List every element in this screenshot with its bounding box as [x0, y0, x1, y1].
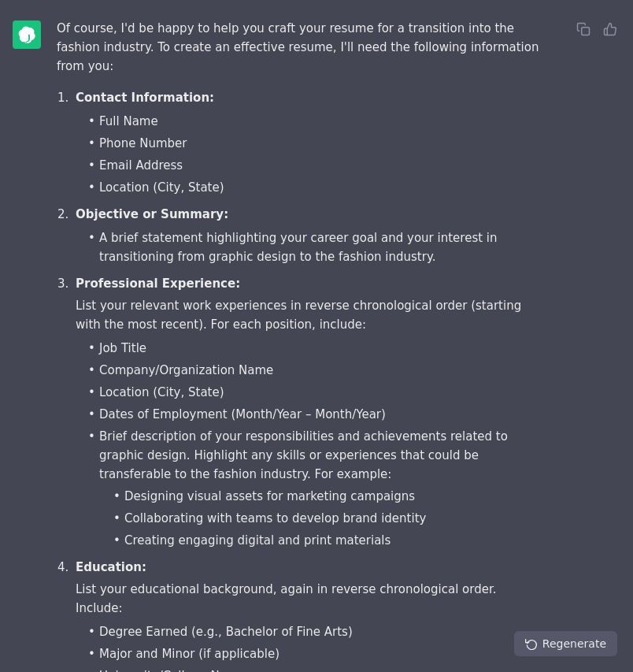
section-1: Contact Information: Full Name Phone Num…: [72, 88, 545, 197]
thumbsup-button[interactable]: [600, 19, 620, 39]
section-4-title: Education:: [76, 560, 146, 574]
list-item: Phone Number: [85, 134, 545, 153]
list-item: Designing visual assets for marketing ca…: [109, 487, 545, 506]
section-4-description: List your educational background, again …: [76, 580, 545, 618]
regenerate-button[interactable]: Regenerate: [514, 631, 617, 656]
section-3-subitems: Designing visual assets for marketing ca…: [99, 487, 545, 550]
copy-icon: [576, 22, 590, 36]
list-item: Degree Earned (e.g., Bachelor of Fine Ar…: [85, 622, 545, 641]
list-item: Major and Minor (if applicable): [85, 644, 545, 663]
list-item: Collaborating with teams to develop bran…: [109, 509, 545, 528]
top-icons-area: [573, 19, 620, 39]
section-2: Objective or Summary: A brief statement …: [72, 205, 545, 266]
regenerate-label: Regenerate: [542, 637, 606, 650]
thumbsup-icon: [603, 22, 617, 36]
section-4: Education: List your educational backgro…: [72, 558, 545, 672]
avatar: [13, 20, 41, 49]
intro-text: Of course, I'd be happy to help you craf…: [57, 19, 545, 76]
list-item: Location (City, State): [85, 178, 545, 197]
list-item: Dates of Employment (Month/Year – Month/…: [85, 405, 545, 424]
section-2-title: Objective or Summary:: [76, 207, 228, 221]
section-3-title: Professional Experience:: [76, 277, 240, 291]
list-item: Location (City, State): [85, 383, 545, 402]
content-area: Of course, I'd be happy to help you craf…: [57, 19, 592, 672]
section-3: Professional Experience: List your relev…: [72, 274, 545, 550]
list-item: Creating engaging digital and print mate…: [109, 531, 545, 550]
list-item: A brief statement highlighting your care…: [85, 228, 545, 266]
list-item: Full Name: [85, 112, 545, 131]
list-item: Email Address: [85, 156, 545, 175]
list-item: Brief description of your responsibiliti…: [85, 427, 545, 550]
sections-list: Contact Information: Full Name Phone Num…: [57, 88, 545, 672]
regenerate-icon: [525, 637, 538, 650]
section-3-description: List your relevant work experiences in r…: [76, 296, 545, 334]
section-1-title: Contact Information:: [76, 91, 214, 105]
list-item: University/College Name: [85, 666, 545, 672]
section-4-items: Degree Earned (e.g., Bachelor of Fine Ar…: [76, 622, 545, 672]
section-1-items: Full Name Phone Number Email Address Loc…: [76, 112, 545, 197]
list-item: Company/Organization Name: [85, 361, 545, 380]
section-2-items: A brief statement highlighting your care…: [76, 228, 545, 266]
message-container: Of course, I'd be happy to help you craf…: [0, 0, 633, 672]
copy-button[interactable]: [573, 19, 594, 39]
chatgpt-logo-icon: [18, 26, 35, 43]
list-item: Job Title: [85, 339, 545, 358]
svg-rect-0: [582, 28, 590, 35]
section-3-items: Job Title Company/Organization Name Loca…: [76, 339, 545, 550]
